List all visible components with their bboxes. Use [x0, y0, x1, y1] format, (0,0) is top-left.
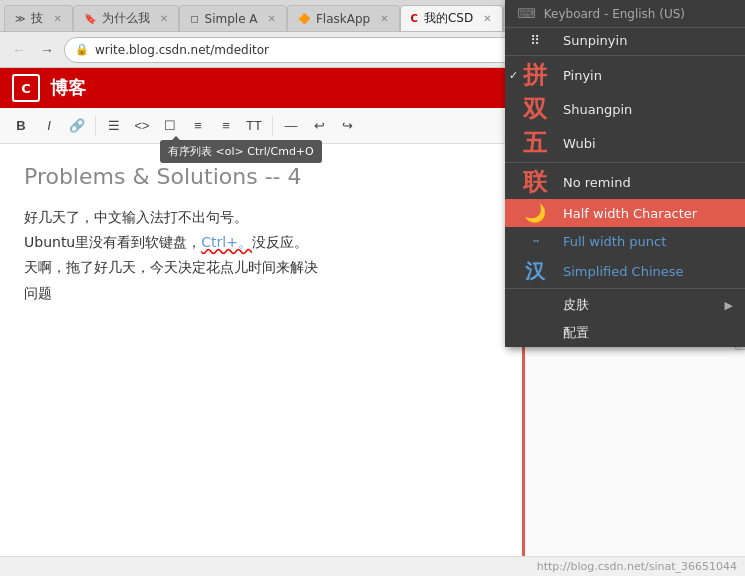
forward-button[interactable]: → — [36, 39, 58, 61]
content-line-2: Ubuntu里没有看到软键盘，Ctrl+。没反应。 — [24, 230, 498, 255]
ime-divider-3 — [505, 288, 745, 289]
toolbar-unordered-list[interactable]: ≡ — [213, 113, 239, 139]
ime-skin[interactable]: 皮肤 ▶ — [505, 291, 745, 319]
toolbar-link[interactable]: 🔗 — [64, 113, 90, 139]
ime-pinyin[interactable]: 拼 Pinyin — [505, 58, 745, 92]
back-button[interactable]: ← — [8, 39, 30, 61]
skin-label: 皮肤 — [563, 296, 715, 314]
status-bar: http://blog.csdn.net/sinat_36651044 — [0, 556, 745, 576]
toolbar-hr[interactable]: — — [278, 113, 304, 139]
pinyin-label: Pinyin — [563, 68, 733, 83]
tab-4-label: 我的CSD — [424, 10, 473, 27]
config-label: 配置 — [563, 324, 733, 342]
ime-half-width[interactable]: 🌙 Half width Character — [505, 199, 745, 227]
ime-divider-2 — [505, 162, 745, 163]
ime-full-width-punct[interactable]: ·· Full width punct — [505, 227, 745, 256]
ime-menu[interactable]: ⌨ Keyboard - English (US) ⠿ Sunpinyin 拼 … — [505, 0, 745, 347]
editor-content[interactable]: Problems & Solutions -- 4 好几天了，中文输入法打不出句… — [0, 144, 522, 556]
half-width-label: Half width Character — [563, 206, 733, 221]
toolbar-tooltip: 有序列表 <ol> Ctrl/Cmd+O — [160, 140, 322, 163]
content-line-1: 好几天了，中文输入法打不出句号。 — [24, 205, 498, 230]
shuangpin-char: 双 — [517, 97, 553, 121]
toolbar-redo[interactable]: ↪ — [334, 113, 360, 139]
tab-0-close[interactable]: ✕ — [53, 13, 61, 24]
ime-simplified-chinese[interactable]: 汉 Simplified Chinese — [505, 256, 745, 286]
tab-3-close[interactable]: ✕ — [380, 13, 388, 24]
tab-1-label: 为什么我 — [102, 10, 150, 27]
toolbar-sep-1 — [95, 116, 96, 136]
wubi-char: 五 — [517, 131, 553, 155]
tab-2-close[interactable]: ✕ — [268, 13, 276, 24]
toolbar-image[interactable]: ☐ — [157, 113, 183, 139]
editor-title: Problems & Solutions -- 4 — [24, 164, 498, 189]
url-text: write.blog.csdn.net/mdeditor — [95, 43, 513, 57]
ime-sunpinyin[interactable]: ⠿ Sunpinyin — [505, 28, 745, 53]
tab-3[interactable]: 🔶 FlaskApp ✕ — [287, 5, 400, 31]
sunpinyin-label: Sunpinyin — [563, 33, 733, 48]
pinyin-char: 拼 — [517, 63, 553, 87]
tab-0-icon: ≫ — [15, 13, 25, 24]
url-bar[interactable]: 🔒 write.blog.csdn.net/mdeditor 80% ↻ — [64, 37, 581, 63]
skin-submenu-arrow: ▶ — [725, 299, 733, 312]
status-url: http://blog.csdn.net/sinat_36651044 — [537, 560, 737, 573]
csdn-logo: C — [12, 74, 40, 102]
full-width-label: Full width punct — [563, 234, 733, 249]
ime-no-remind[interactable]: 联 No remind — [505, 165, 745, 199]
no-remind-label: No remind — [563, 175, 733, 190]
simplified-label: Simplified Chinese — [563, 264, 733, 279]
keyboard-label: Keyboard - English (US) — [544, 7, 685, 21]
keyboard-icon: ⌨ — [517, 6, 536, 21]
toolbar-bold[interactable]: B — [8, 113, 34, 139]
toolbar-italic[interactable]: I — [36, 113, 62, 139]
sunpinyin-icon: ⠿ — [517, 33, 553, 48]
wubi-label: Wubi — [563, 136, 733, 151]
tab-1-icon: 🔖 — [84, 13, 96, 24]
ime-config[interactable]: 配置 — [505, 319, 745, 347]
content-line-3: 天啊，拖了好几天，今天决定花点儿时间来解决 — [24, 255, 498, 280]
tab-4-icon: C — [411, 13, 418, 24]
tab-0-label: 技 — [31, 10, 43, 27]
tab-1[interactable]: 🔖 为什么我 ✕ — [73, 5, 179, 31]
tooltip-text: 有序列表 <ol> Ctrl/Cmd+O — [168, 145, 314, 158]
tab-3-label: FlaskApp — [316, 12, 370, 26]
ime-divider-1 — [505, 55, 745, 56]
toolbar-bullet-list[interactable]: ☰ — [101, 113, 127, 139]
editor-left: B I 🔗 ☰ <> ☐ ≡ ≡ TT — ↩ ↪ 有序列表 <ol> Ctrl… — [0, 108, 525, 556]
tab-0[interactable]: ≫ 技 ✕ — [4, 5, 73, 31]
tab-2-label: Simple A — [205, 12, 258, 26]
content-link: Ctrl+。 — [201, 234, 252, 250]
toolbar-sep-2 — [272, 116, 273, 136]
simplified-char: 汉 — [517, 261, 553, 281]
ime-shuangpin[interactable]: 双 Shuangpin — [505, 92, 745, 126]
shuangpin-label: Shuangpin — [563, 102, 733, 117]
toolbar-ordered-list[interactable]: ≡ — [185, 113, 211, 139]
secure-icon: 🔒 — [75, 43, 89, 56]
editor-body[interactable]: 好几天了，中文输入法打不出句号。 Ubuntu里没有看到软键盘，Ctrl+。没反… — [24, 205, 498, 306]
toolbar-heading[interactable]: TT — [241, 113, 267, 139]
toolbar-undo[interactable]: ↩ — [306, 113, 332, 139]
tab-3-icon: 🔶 — [298, 13, 310, 24]
toolbar-code[interactable]: <> — [129, 113, 155, 139]
tab-4[interactable]: C 我的CSD ✕ — [400, 5, 503, 31]
ime-wubi[interactable]: 五 Wubi — [505, 126, 745, 160]
tab-1-close[interactable]: ✕ — [160, 13, 168, 24]
csdn-title: 博客 — [50, 76, 86, 100]
half-width-char: 🌙 — [517, 204, 553, 222]
tab-2-icon: ◻ — [190, 13, 198, 24]
no-remind-char: 联 — [517, 170, 553, 194]
editor-toolbar: B I 🔗 ☰ <> ☐ ≡ ≡ TT — ↩ ↪ 有序列表 <ol> Ctrl… — [0, 108, 522, 144]
ime-keyboard-header: ⌨ Keyboard - English (US) — [505, 0, 745, 28]
tab-2[interactable]: ◻ Simple A ✕ — [179, 5, 287, 31]
full-width-dots: ·· — [517, 232, 553, 251]
content-line-4: 问题 — [24, 281, 498, 306]
tab-4-close[interactable]: ✕ — [483, 13, 491, 24]
